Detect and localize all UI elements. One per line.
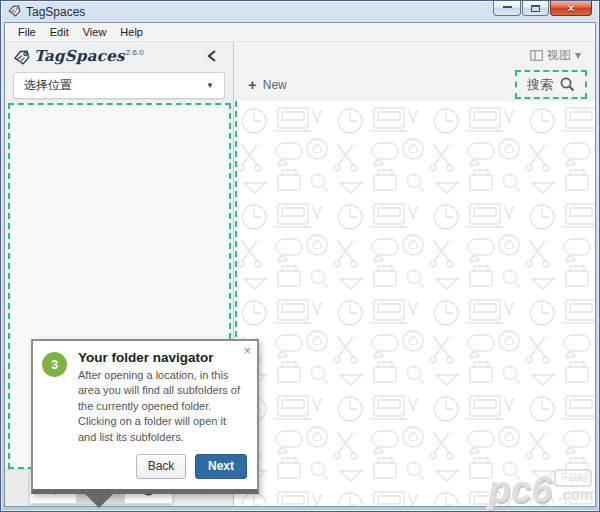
view-mode-button[interactable]: 视图 ▾: [530, 47, 581, 64]
file-grid-area[interactable]: [234, 101, 595, 506]
plus-icon: +: [248, 76, 257, 93]
minimize-button[interactable]: [493, 1, 521, 16]
dropdown-caret-icon: ▼: [206, 81, 214, 90]
new-button-label: New: [263, 78, 287, 92]
menu-view[interactable]: View: [76, 24, 114, 40]
doodle-pattern: [234, 101, 595, 506]
search-icon: [560, 77, 575, 92]
app-logo: TagSpaces 2.6.0: [13, 47, 144, 65]
close-button[interactable]: ×: [550, 1, 592, 16]
menu-bar: File Edit View Help: [5, 23, 595, 42]
popover-body: After opening a location, in this area y…: [78, 368, 247, 445]
main-area: 视图 ▾ + New 搜索: [234, 42, 595, 506]
next-button[interactable]: Next: [195, 454, 247, 479]
view-strip: 视图 ▾: [234, 42, 595, 68]
maximize-icon: [531, 5, 540, 12]
close-icon: ×: [568, 3, 574, 14]
window-controls: ×: [492, 1, 592, 16]
back-button[interactable]: Back: [136, 454, 186, 479]
chevron-left-icon: [207, 49, 217, 63]
menu-file[interactable]: File: [11, 24, 43, 40]
search-button-label: 搜索: [527, 76, 553, 94]
main-toolbar: + New 搜索: [234, 68, 595, 101]
menu-edit[interactable]: Edit: [43, 24, 76, 40]
view-mode-label: 视图: [547, 47, 571, 64]
app-window: TagSpaces × File Edit View Help: [0, 0, 600, 512]
location-selector[interactable]: 选择位置 ▼: [13, 72, 225, 99]
view-layout-icon: [530, 50, 543, 61]
tour-popover: × 3 Your folder navigator After opening …: [31, 339, 259, 494]
app-version: 2.6.0: [126, 48, 144, 57]
title-bar: TagSpaces ×: [1, 1, 599, 22]
logo-text: TagSpaces: [34, 47, 125, 65]
app-tag-icon: [8, 5, 21, 18]
popover-buttons: Back Next: [41, 454, 247, 479]
window-title: TagSpaces: [26, 5, 85, 19]
tour-step-badge: 3: [42, 352, 67, 377]
search-button[interactable]: 搜索: [515, 70, 587, 99]
left-panel-header: TagSpaces 2.6.0: [5, 42, 233, 69]
collapse-panel-button[interactable]: [207, 49, 217, 63]
new-button[interactable]: + New: [248, 76, 287, 93]
menu-help[interactable]: Help: [113, 24, 150, 40]
minimize-icon: [503, 5, 512, 8]
popover-arrow: [85, 494, 113, 508]
caret-down-icon: ▾: [575, 48, 581, 62]
popover-title: Your folder navigator: [78, 350, 247, 365]
location-selector-value: 选择位置: [24, 77, 72, 94]
logo-tag-icon: [13, 50, 30, 65]
popover-close-icon[interactable]: ×: [243, 344, 251, 357]
maximize-button[interactable]: [522, 1, 549, 16]
